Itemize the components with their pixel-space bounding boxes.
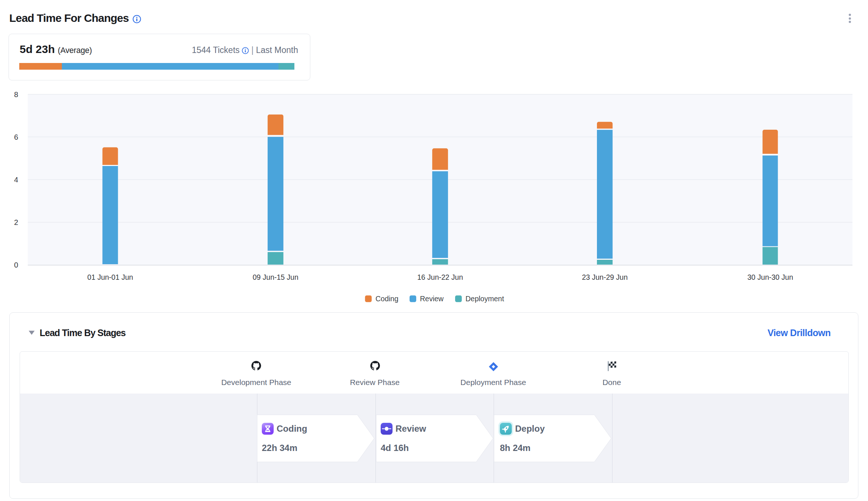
- svg-text:01 Jun-01 Jun: 01 Jun-01 Jun: [87, 273, 133, 281]
- svg-text:Deployment: Deployment: [465, 295, 504, 303]
- svg-text:4: 4: [14, 176, 18, 184]
- svg-text:23 Jun-29 Jun: 23 Jun-29 Jun: [582, 273, 628, 281]
- svg-text:0: 0: [14, 261, 18, 269]
- svg-text:09 Jun-15 Jun: 09 Jun-15 Jun: [253, 273, 298, 281]
- svg-text:16 Jun-22 Jun: 16 Jun-22 Jun: [417, 273, 463, 281]
- svg-text:6: 6: [14, 133, 18, 141]
- svg-text:30 Jun-30 Jun: 30 Jun-30 Jun: [747, 273, 793, 281]
- svg-text:8: 8: [14, 90, 18, 99]
- svg-text:2: 2: [14, 218, 18, 226]
- svg-text:Coding: Coding: [375, 295, 398, 303]
- svg-text:Review: Review: [420, 295, 444, 303]
